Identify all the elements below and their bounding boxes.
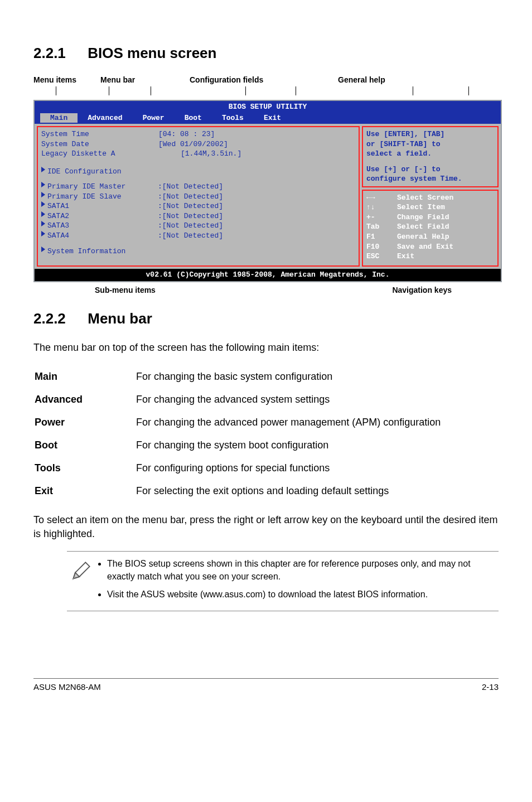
key-f1: F1: [366, 232, 397, 242]
help-l4: Use [+] or [-] to: [366, 165, 494, 175]
heading-222: 2.2.2 Menu bar: [33, 310, 499, 327]
nav-select-field: Select Field: [397, 222, 449, 232]
callout-ticks: [33, 86, 499, 99]
row-system-info[interactable]: System Information: [41, 247, 355, 257]
lbl-system-time: System Time: [41, 129, 158, 139]
triangle-icon: [41, 192, 45, 197]
para-select: To select an item on the menu bar, press…: [33, 513, 499, 541]
label-submenu: Sub-menu items: [95, 286, 156, 294]
key-esc: ESC: [366, 252, 397, 262]
heading-222-title: Menu bar: [88, 310, 152, 327]
def-row: PowerFor changing the advanced power man…: [35, 412, 441, 433]
intro-222: The menu bar on top of the screen has th…: [33, 341, 499, 355]
row-primary-master[interactable]: Primary IDE Master: [Not Detected]: [41, 182, 355, 192]
val-sata2: [Not Detected]: [162, 211, 223, 221]
bios-tab-power[interactable]: Power: [133, 113, 175, 123]
nav-general-help: General Help: [397, 232, 449, 242]
nav-row: F10Save and Exit: [366, 242, 494, 252]
menu-definitions: MainFor changing the basic system config…: [33, 365, 442, 503]
key-plus-minus: +-: [366, 212, 397, 223]
lbl-sysinfo: System Information: [47, 247, 125, 257]
note-1: The BIOS setup screens shown in this cha…: [107, 557, 496, 583]
footer-product: ASUS M2N68-AM: [33, 682, 101, 692]
colon: :: [158, 192, 162, 202]
help-l1: Use [ENTER], [TAB]: [366, 129, 494, 139]
colon: :: [158, 201, 162, 211]
key-tab: Tab: [366, 222, 397, 232]
bios-screenshot: BIOS SETUP UTILITY Main Advanced Power B…: [33, 100, 502, 282]
bios-tab-tools[interactable]: Tools: [212, 113, 254, 123]
bios-left-pane: System Time [04: 08 : 23] System Date [W…: [37, 126, 360, 267]
arrows-lr-icon: [366, 193, 397, 203]
top-labels: Menu items Menu bar Configuration fields…: [33, 75, 499, 84]
desc-advanced: For changing the advanced system setting…: [136, 389, 441, 410]
nav-change-field: Change Field: [397, 212, 449, 223]
term-power: Power: [35, 412, 135, 433]
val-sata4: [Not Detected]: [162, 231, 223, 241]
colon: :: [158, 231, 162, 241]
row-sata1[interactable]: SATA1: [Not Detected]: [41, 201, 355, 211]
triangle-icon: [41, 211, 45, 217]
lbl-pim: Primary IDE Master: [47, 182, 158, 192]
nav-row: Select Screen: [366, 193, 494, 203]
def-row: BootFor changing the system boot configu…: [35, 434, 441, 456]
row-system-date[interactable]: System Date [Wed 01/09/2002]: [41, 139, 355, 149]
nav-row: +-Change Field: [366, 212, 494, 223]
lbl-sata1: SATA1: [47, 201, 158, 211]
help-l5: configure system Time.: [366, 174, 494, 184]
row-system-time[interactable]: System Time [04: 08 : 23]: [41, 129, 355, 139]
bios-footer: v02.61 (C)Copyright 1985-2008, American …: [35, 269, 501, 281]
row-legacy-diskette[interactable]: Legacy Diskette A [1.44M,3.5in.]: [41, 149, 355, 159]
label-navkeys: Navigation keys: [392, 286, 452, 294]
def-row: AdvancedFor changing the advanced system…: [35, 389, 441, 410]
val-sata3: [Not Detected]: [162, 221, 223, 231]
val-sata1: [Not Detected]: [162, 201, 223, 211]
colon: :: [158, 221, 162, 231]
triangle-icon: [41, 167, 45, 172]
label-menu-items: Menu items: [33, 75, 100, 84]
row-ide-config[interactable]: IDE Configuration: [41, 167, 355, 177]
desc-main: For changing the basic system configurat…: [136, 366, 441, 388]
heading-221-num: 2.2.1: [33, 45, 84, 62]
bios-tab-main[interactable]: Main: [40, 113, 78, 123]
nav-row: F1General Help: [366, 232, 494, 242]
def-row: ToolsFor configuring options for special…: [35, 457, 441, 479]
help-l3: select a field.: [366, 149, 494, 159]
term-tools: Tools: [35, 457, 135, 479]
lbl-sata4: SATA4: [47, 231, 158, 241]
lbl-pis: Primary IDE Slave: [47, 192, 158, 202]
term-exit: Exit: [35, 480, 135, 502]
bios-tab-exit[interactable]: Exit: [254, 113, 291, 123]
note-box: The BIOS setup screens shown in this cha…: [67, 551, 499, 611]
bios-title: BIOS SETUP UTILITY: [35, 101, 501, 113]
bios-tab-boot[interactable]: Boot: [175, 113, 212, 123]
bios-nav-box: Select Screen Select Item +-Change Field…: [362, 190, 499, 267]
bios-tab-advanced[interactable]: Advanced: [78, 113, 132, 123]
lbl-system-date: System Date: [41, 139, 158, 149]
row-sata3[interactable]: SATA3: [Not Detected]: [41, 221, 355, 231]
val-system-time: [04: 08 : 23]: [158, 129, 215, 139]
nav-select-item: Select Item: [397, 202, 445, 212]
term-advanced: Advanced: [35, 389, 135, 410]
row-sata2[interactable]: SATA2: [Not Detected]: [41, 211, 355, 221]
nav-row: ESCExit: [366, 252, 494, 262]
heading-222-num: 2.2.2: [33, 310, 84, 327]
desc-tools: For configuring options for special func…: [136, 457, 441, 479]
help-l2: or [SHIFT-TAB] to: [366, 139, 494, 149]
val-pim: [Not Detected]: [162, 182, 223, 192]
def-row: ExitFor selecting the exit options and l…: [35, 480, 441, 502]
row-sata4[interactable]: SATA4: [Not Detected]: [41, 231, 355, 241]
heading-221-title: BIOS menu screen: [88, 45, 216, 61]
lbl-sata2: SATA2: [47, 211, 158, 221]
bios-help-box: Use [ENTER], [TAB] or [SHIFT-TAB] to sel…: [362, 126, 499, 187]
heading-221: 2.2.1 BIOS menu screen: [33, 45, 499, 62]
nav-row: TabSelect Field: [366, 222, 494, 232]
pencil-note-icon: [69, 557, 97, 585]
note-text: The BIOS setup screens shown in this cha…: [97, 557, 496, 605]
val-system-date: [Wed 01/09/2002]: [158, 139, 228, 149]
label-general-help: General help: [338, 75, 477, 84]
row-primary-slave[interactable]: Primary IDE Slave: [Not Detected]: [41, 192, 355, 202]
label-menu-bar: Menu bar: [100, 75, 190, 84]
label-config-fields: Configuration fields: [190, 75, 312, 84]
colon: :: [158, 182, 162, 192]
